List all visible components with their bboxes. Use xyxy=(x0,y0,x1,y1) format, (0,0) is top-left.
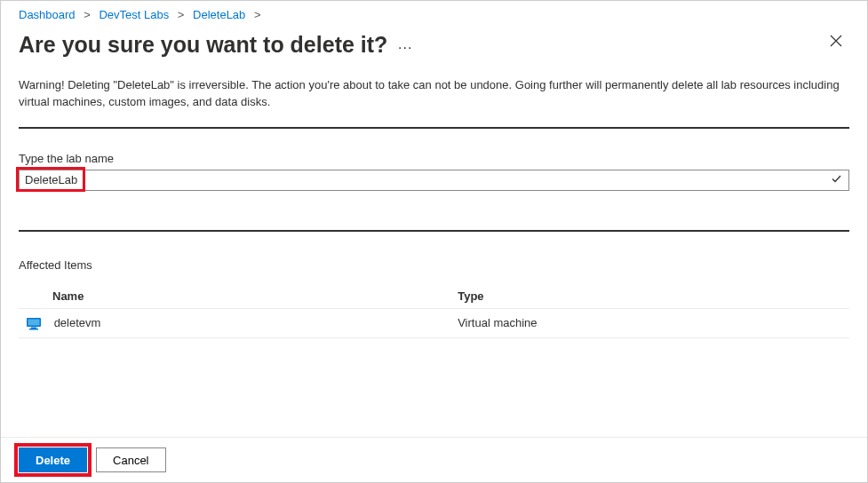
content-area: Warning! Deleting "DeleteLab" is irrever… xyxy=(1,77,867,338)
divider xyxy=(19,230,849,232)
svg-rect-2 xyxy=(31,327,36,329)
svg-rect-1 xyxy=(28,319,40,325)
column-header-name[interactable]: Name xyxy=(19,284,450,309)
affected-items-title: Affected Items xyxy=(19,258,849,272)
breadcrumb-devtest-labs[interactable]: DevTest Labs xyxy=(99,8,169,21)
breadcrumb-sep: > xyxy=(178,8,185,21)
divider xyxy=(19,127,849,129)
breadcrumb-sep: > xyxy=(254,8,261,21)
breadcrumb-sep: > xyxy=(84,8,91,21)
breadcrumb-dashboard[interactable]: Dashboard xyxy=(19,8,76,21)
close-icon[interactable] xyxy=(830,34,842,51)
row-type: Virtual machine xyxy=(450,308,849,337)
table-row[interactable]: deletevm Virtual machine xyxy=(19,308,849,337)
more-actions-icon[interactable]: ··· xyxy=(398,40,412,55)
breadcrumb-deletelab[interactable]: DeleteLab xyxy=(193,8,245,21)
delete-button[interactable]: Delete xyxy=(19,447,87,472)
row-name: deletevm xyxy=(54,316,101,329)
footer-actions: Delete Cancel xyxy=(1,437,867,482)
breadcrumb: Dashboard > DevTest Labs > DeleteLab > xyxy=(1,1,867,25)
warning-message: Warning! Deleting "DeleteLab" is irrever… xyxy=(19,77,849,111)
affected-items-table: Name Type deletevm Virtu xyxy=(19,284,849,338)
lab-name-input-wrap xyxy=(19,170,849,191)
lab-name-input[interactable] xyxy=(19,170,849,191)
lab-name-label: Type the lab name xyxy=(19,152,849,165)
cancel-button[interactable]: Cancel xyxy=(96,447,165,472)
page-title: Are you sure you want to delete it? xyxy=(19,32,387,57)
page-header: Are you sure you want to delete it? ··· xyxy=(1,25,867,77)
vm-icon xyxy=(26,317,42,330)
column-header-type[interactable]: Type xyxy=(450,284,849,309)
svg-rect-3 xyxy=(29,329,38,330)
